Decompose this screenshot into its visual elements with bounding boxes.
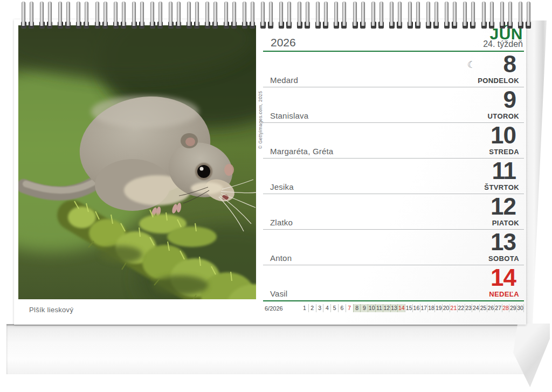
photo-credit: © Gettyimages.com, 2025 bbox=[258, 30, 263, 149]
binding-wire bbox=[306, 2, 309, 26]
strip-day-11: 11 bbox=[375, 304, 383, 312]
binding-wire bbox=[104, 2, 107, 26]
binding-wire bbox=[434, 2, 438, 26]
binding-ring bbox=[75, 2, 89, 29]
binding-wire bbox=[177, 2, 181, 26]
moon-phase-icon: ☾ bbox=[467, 59, 475, 71]
binding-wire bbox=[40, 2, 44, 26]
binding-wire bbox=[150, 2, 154, 26]
binding-ring bbox=[425, 2, 439, 29]
binding-wire bbox=[334, 2, 338, 26]
strip-day-30: 30 bbox=[516, 304, 524, 312]
strip-day-21: 21 bbox=[450, 304, 457, 312]
binding-ring bbox=[278, 2, 292, 29]
binding-wire bbox=[232, 2, 236, 26]
binding-ring bbox=[352, 2, 366, 29]
strip-day-14: 14 bbox=[397, 304, 405, 312]
binding-ring bbox=[444, 2, 458, 29]
binding-wire bbox=[298, 2, 301, 26]
binding-ring bbox=[39, 2, 53, 29]
binding-wire bbox=[371, 2, 375, 26]
nameday-label: Stanislava bbox=[270, 111, 308, 120]
binding-ring bbox=[149, 2, 163, 29]
weekday-label: ŠTVRTOK bbox=[484, 183, 519, 191]
binding-wire bbox=[508, 2, 512, 26]
binding-wire bbox=[187, 2, 191, 26]
strip-day-22: 22 bbox=[457, 304, 465, 312]
day-row-thursday: 11 ŠTVRTOK Jesika bbox=[263, 159, 524, 194]
weekday-label: STREDA bbox=[489, 148, 519, 156]
day-row-saturday: 13 SOBOTA Anton bbox=[263, 230, 524, 265]
binding-wire bbox=[251, 2, 254, 26]
binding-wire bbox=[205, 2, 209, 26]
binding-ring bbox=[57, 2, 71, 29]
binding-wire bbox=[519, 2, 522, 26]
binding-wire bbox=[58, 2, 62, 26]
binding-wire bbox=[114, 2, 118, 26]
strip-day-27: 27 bbox=[494, 304, 502, 312]
strip-day-19: 19 bbox=[434, 304, 442, 312]
binding-wire bbox=[324, 2, 328, 26]
month-overview-strip: 6/2026 123456789101112131415161718192021… bbox=[263, 304, 524, 312]
strip-day-9: 9 bbox=[360, 304, 368, 312]
day-number: 10 bbox=[491, 123, 516, 148]
binding-wire bbox=[463, 2, 467, 26]
month-strip-label: 6/2026 bbox=[265, 305, 286, 312]
day-number: 11 bbox=[492, 159, 516, 183]
strip-day-24: 24 bbox=[472, 304, 479, 312]
binding-wire bbox=[85, 2, 88, 26]
binding-wire bbox=[398, 2, 402, 26]
binding-wire bbox=[77, 2, 80, 26]
strip-day-29: 29 bbox=[509, 304, 516, 312]
binding-wire bbox=[22, 2, 25, 26]
binding-wire bbox=[342, 2, 346, 26]
day-row-tuesday: 9 UTOROK Stanislava bbox=[263, 87, 524, 123]
dormouse-photo-illustration bbox=[18, 25, 256, 299]
binding-wire bbox=[527, 2, 530, 26]
binding-wire bbox=[453, 2, 457, 26]
strip-day-28: 28 bbox=[502, 304, 509, 312]
binding-ring bbox=[20, 2, 34, 29]
strip-day-12: 12 bbox=[383, 304, 390, 312]
binding-ring bbox=[242, 2, 256, 29]
calendar-photo bbox=[18, 25, 256, 299]
week-number-label: 24. týždeň bbox=[483, 39, 523, 49]
binding-ring bbox=[499, 2, 513, 29]
strip-day-15: 15 bbox=[405, 304, 412, 312]
strip-day-4: 4 bbox=[323, 304, 330, 312]
page-stack-side-edge bbox=[524, 20, 547, 325]
binding-wire bbox=[48, 2, 52, 26]
binding-wire bbox=[316, 2, 320, 26]
binding-wire bbox=[122, 2, 126, 26]
day-number: 13 bbox=[491, 230, 516, 255]
strip-day-26: 26 bbox=[487, 304, 494, 312]
desk-calendar-scene: Plšík lieskový © Gettyimages.com, 2025 J… bbox=[0, 0, 552, 392]
binding-ring bbox=[389, 2, 403, 29]
binding-ring bbox=[260, 2, 274, 29]
binding-ring bbox=[223, 2, 237, 29]
nameday-label: Zlatko bbox=[270, 218, 293, 227]
binding-wire bbox=[269, 2, 273, 26]
nameday-label: Jesika bbox=[270, 182, 294, 191]
day-row-wednesday: 10 STREDA Margaréta, Gréta bbox=[263, 123, 524, 159]
binding-wire bbox=[287, 2, 291, 26]
strip-day-16: 16 bbox=[412, 304, 420, 312]
strip-day-1: 1 bbox=[301, 304, 308, 312]
month-strip-days: 1234567891011121314151617181920212223242… bbox=[301, 304, 524, 312]
photo-caption: Plšík lieskový bbox=[29, 306, 73, 314]
binding-wire bbox=[426, 2, 430, 26]
binding-wire bbox=[140, 2, 144, 26]
binding-ring bbox=[481, 2, 495, 29]
binding-wire bbox=[482, 2, 486, 26]
binding-wire bbox=[416, 2, 420, 26]
binding-ring bbox=[518, 2, 532, 29]
binding-ring bbox=[204, 2, 218, 29]
nameday-label: Margaréta, Gréta bbox=[270, 147, 333, 156]
binding-wire bbox=[30, 2, 33, 26]
binding-wire bbox=[353, 2, 357, 26]
binding-ring bbox=[94, 2, 108, 29]
spiral-binding bbox=[20, 2, 532, 29]
binding-wire bbox=[408, 2, 412, 26]
binding-wire bbox=[445, 2, 448, 26]
weekday-label: NEDEĽA bbox=[489, 290, 519, 298]
